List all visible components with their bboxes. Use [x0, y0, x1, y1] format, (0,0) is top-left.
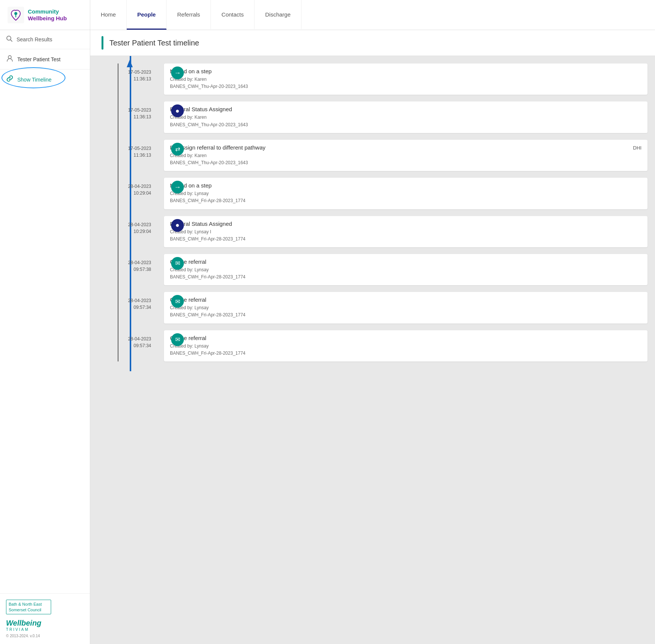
event-meta: Created by: KarenBANES_CWH_Thu-Apr-20-20…	[170, 114, 641, 128]
person-icon	[6, 54, 14, 64]
sidebar: Search Results Tester Patient Test	[0, 30, 90, 644]
event-title: Create referral	[170, 259, 641, 265]
event-title: Moved on a step	[170, 68, 641, 74]
spacer	[158, 135, 647, 138]
blue-arrow-head	[127, 60, 133, 67]
timeline-header: Tester Patient Test timeline	[90, 30, 655, 56]
logo-icon	[8, 7, 24, 23]
spacer	[158, 173, 647, 175]
event-icon-mail: ✉	[171, 333, 184, 346]
event-meta: Created by: LynsayBANES_CWH_Fri-Apr-28-2…	[170, 343, 641, 357]
event-datetime: 28-04-202309:57:38	[102, 259, 151, 273]
event-icon-dark: ●	[171, 219, 184, 232]
timeline-event: 28-04-202310:29:04 ● Referral Status Ass…	[158, 216, 647, 247]
spacer	[158, 287, 647, 290]
event-title: Create referral	[170, 335, 641, 341]
timeline-event: 17-05-202311:36:13 ⇄ DHI Re-assign refer…	[158, 140, 647, 171]
wellbeing-label: Wellbeing	[6, 619, 41, 627]
event-title: Re-assign referral to different pathway	[170, 144, 641, 151]
main-layout: Search Results Tester Patient Test	[0, 30, 655, 644]
spacer	[158, 249, 647, 252]
event-datetime: 28-04-202309:57:34	[102, 297, 151, 311]
spacer	[158, 212, 647, 214]
event-meta: Created by: KarenBANES_CWH_Thu-Apr-20-20…	[170, 152, 641, 166]
svg-point-4	[8, 56, 11, 59]
event-card[interactable]: Moved on a step Created by: KarenBANES_C…	[164, 63, 647, 95]
event-datetime: 17-05-202311:36:13	[102, 145, 151, 159]
nav-discharge[interactable]: Discharge	[255, 0, 302, 30]
event-datetime: 17-05-202311:36:13	[102, 107, 151, 120]
main-content: Tester Patient Test timeline 17-05-2023 …	[90, 30, 655, 644]
timeline-events-container: 17-05-2023 11:36:13 → Moved on a step Cr…	[98, 63, 647, 361]
event-card[interactable]: Moved on a step Created by: LynsayBANES_…	[164, 178, 647, 209]
nav-referrals[interactable]: Referrals	[167, 0, 211, 30]
timeline-event: 28-04-202309:57:34 ✉ Create referral Cre…	[158, 292, 647, 323]
patient-name-label: Tester Patient Test	[17, 56, 61, 62]
event-meta: Created by: Lynsay IBANES_CWH_Fri-Apr-28…	[170, 228, 641, 243]
event-card[interactable]: Referral Status Assigned Created by: Lyn…	[164, 216, 647, 247]
show-timeline-label: Show Timeline	[17, 77, 52, 83]
triviam-label: TRIVIAM	[6, 627, 84, 632]
timeline-event: 28-04-202309:57:38 ✉ Create referral Cre…	[158, 254, 647, 285]
event-title: Moved on a step	[170, 182, 641, 189]
event-icon-teal: →	[171, 181, 184, 194]
timeline-event: 17-05-202311:36:13 ● Referral Status Ass…	[158, 101, 647, 133]
event-card[interactable]: Create referral Created by: LynsayBANES_…	[164, 254, 647, 285]
event-icon-mail: ✉	[171, 257, 184, 270]
timeline-content-area: 17-05-2023 11:36:13 → Moved on a step Cr…	[90, 56, 655, 371]
banes-council-text: Bath & North EastSomerset Council	[6, 600, 51, 614]
nav-contacts[interactable]: Contacts	[211, 0, 255, 30]
logo-community: Community	[28, 8, 67, 15]
event-icon-teal: →	[171, 67, 184, 79]
timeline-event: 28-04-202309:57:34 ✉ Create referral Cre…	[158, 330, 647, 361]
event-card[interactable]: Create referral Created by: LynsayBANES_…	[164, 330, 647, 361]
event-title: Referral Status Assigned	[170, 106, 641, 112]
nav-home[interactable]: Home	[90, 0, 127, 30]
search-results-item[interactable]: Search Results	[0, 30, 90, 49]
wellbeing-brand: Wellbeing TRIVIAM	[6, 619, 84, 632]
event-card[interactable]: Referral Status Assigned Created by: Kar…	[164, 101, 647, 133]
event-tag: DHI	[633, 145, 641, 151]
logo-area: Community Wellbeing Hub	[0, 0, 90, 30]
timeline-event: 28-04-202310:29:04 → Moved on a step Cre…	[158, 178, 647, 209]
app-header: Community Wellbeing Hub Home People Refe…	[0, 0, 655, 30]
event-meta: Created by: LynsayBANES_CWH_Fri-Apr-28-2…	[170, 304, 641, 319]
event-card[interactable]: DHI Re-assign referral to different path…	[164, 140, 647, 171]
event-date: 17-05-2023	[128, 70, 151, 75]
event-datetime: 17-05-2023 11:36:13	[102, 69, 151, 82]
patient-item[interactable]: Tester Patient Test	[0, 49, 90, 70]
chain-icon	[6, 75, 14, 84]
event-datetime: 28-04-202310:29:04	[102, 221, 151, 235]
show-timeline-item[interactable]: Show Timeline	[0, 70, 90, 89]
event-title: Create referral	[170, 296, 641, 303]
copyright-label: © 2013-2024. v.0.14	[6, 634, 84, 638]
sidebar-footer: Bath & North EastSomerset Council Wellbe…	[0, 593, 90, 644]
timeline-event: 17-05-2023 11:36:13 → Moved on a step Cr…	[158, 63, 647, 95]
event-card[interactable]: Create referral Created by: LynsayBANES_…	[164, 292, 647, 323]
timeline-bar-accent	[102, 36, 103, 50]
event-meta: Created by: LynsayBANES_CWH_Fri-Apr-28-2…	[170, 266, 641, 281]
search-icon	[6, 35, 13, 44]
event-icon-shuffle: ⇄	[171, 143, 184, 156]
main-nav: Home People Referrals Contacts Discharge	[90, 0, 655, 30]
timeline-title: Tester Patient Test timeline	[109, 39, 199, 47]
search-results-label: Search Results	[17, 36, 52, 42]
spacer	[158, 97, 647, 99]
spacer	[158, 326, 647, 328]
event-datetime: 28-04-202310:29:04	[102, 183, 151, 197]
nav-people[interactable]: People	[127, 0, 167, 30]
event-datetime: 28-04-202309:57:34	[102, 336, 151, 349]
logo-wellbeing: Wellbeing	[28, 15, 55, 21]
logo-text: Community Wellbeing Hub	[28, 8, 67, 22]
banes-logo: Bath & North EastSomerset Council	[6, 600, 84, 614]
event-meta: Created by: KarenBANES_CWH_Thu-Apr-20-20…	[170, 76, 641, 90]
event-time: 11:36:13	[133, 76, 151, 82]
svg-line-3	[11, 40, 12, 42]
event-title: Referral Status Assigned	[170, 221, 641, 227]
logo-hub: Hub	[56, 15, 67, 21]
event-meta: Created by: LynsayBANES_CWH_Fri-Apr-28-2…	[170, 190, 641, 204]
event-icon-mail: ✉	[171, 295, 184, 308]
